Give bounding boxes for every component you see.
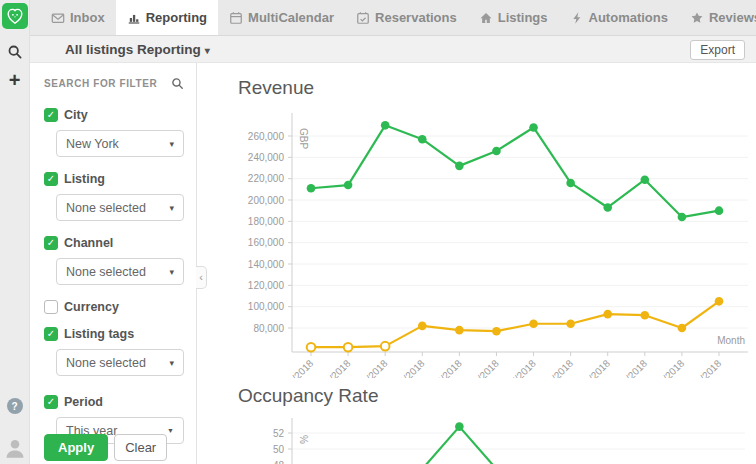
checkbox-icon[interactable]: ✓ bbox=[44, 172, 58, 186]
left-rail: + ? bbox=[0, 0, 30, 464]
tab-reporting[interactable]: Reporting bbox=[116, 0, 218, 35]
svg-text:120,000: 120,000 bbox=[248, 280, 285, 291]
filter-group-city: ✓ City New York ▾ bbox=[44, 108, 184, 157]
tab-reservations[interactable]: Reservations bbox=[345, 0, 468, 35]
tab-reviews[interactable]: Reviews bbox=[679, 0, 756, 35]
user-avatar-icon[interactable] bbox=[3, 436, 27, 460]
calendar-icon bbox=[229, 11, 243, 25]
tab-inbox[interactable]: Inbox bbox=[40, 0, 116, 35]
filter-group-currency: ✓ Currency bbox=[44, 300, 184, 314]
svg-text:05/2018: 05/2018 bbox=[430, 357, 464, 378]
occupancy-rate-chart: 525048% bbox=[240, 410, 756, 464]
occupancy-chart-title: Occupancy Rate bbox=[238, 385, 378, 407]
checkbox-icon[interactable]: ✓ bbox=[44, 327, 58, 341]
search-icon[interactable] bbox=[3, 40, 27, 64]
city-checkbox[interactable]: ✓ City bbox=[44, 108, 184, 122]
svg-text:GBP: GBP bbox=[298, 128, 309, 149]
listing-tags-checkbox[interactable]: ✓ Listing tags bbox=[44, 327, 184, 341]
svg-text:140,000: 140,000 bbox=[248, 259, 285, 270]
heart-icon bbox=[5, 6, 25, 26]
svg-text:02/2018: 02/2018 bbox=[319, 357, 353, 378]
plus-icon[interactable]: + bbox=[3, 68, 27, 92]
filter-group-listing-tags: ✓ Listing tags None selected ▾ bbox=[44, 327, 184, 376]
svg-text:08/2018: 08/2018 bbox=[542, 357, 576, 378]
filter-group-listing: ✓ Listing None selected ▾ bbox=[44, 172, 184, 221]
revenue-chart: 260,000240,000220,000200,000180,000160,0… bbox=[240, 108, 756, 378]
listing-tags-dropdown[interactable]: None selected ▾ bbox=[56, 349, 184, 376]
city-dropdown[interactable]: New York ▾ bbox=[56, 130, 184, 157]
svg-text:04/2018: 04/2018 bbox=[393, 357, 427, 378]
svg-text:11/2018: 11/2018 bbox=[654, 357, 687, 378]
svg-text:03/2018: 03/2018 bbox=[356, 357, 390, 378]
svg-text:160,000: 160,000 bbox=[248, 237, 285, 248]
svg-text:240,000: 240,000 bbox=[248, 152, 285, 163]
bar-chart-icon bbox=[127, 11, 141, 25]
channel-checkbox[interactable]: ✓ Channel bbox=[44, 236, 184, 250]
calendar-check-icon bbox=[356, 11, 370, 25]
clear-button[interactable]: Clear bbox=[114, 434, 167, 461]
search-icon[interactable] bbox=[171, 77, 184, 90]
export-button[interactable]: Export bbox=[690, 40, 745, 60]
svg-text:260,000: 260,000 bbox=[248, 131, 285, 142]
tab-automations[interactable]: Automations bbox=[559, 0, 679, 35]
search-for-filter-label: SEARCH FOR FILTER bbox=[44, 78, 157, 89]
svg-text:Month: Month bbox=[717, 335, 745, 346]
svg-text:50: 50 bbox=[273, 444, 285, 455]
select-arrow-icon: ▼ bbox=[167, 427, 174, 434]
svg-text:180,000: 180,000 bbox=[248, 216, 285, 227]
help-icon[interactable]: ? bbox=[3, 394, 27, 418]
home-icon bbox=[479, 11, 493, 25]
channel-dropdown[interactable]: None selected ▾ bbox=[56, 258, 184, 285]
svg-text:01/2018: 01/2018 bbox=[282, 357, 316, 378]
filter-group-channel: ✓ Channel None selected ▾ bbox=[44, 236, 184, 285]
revenue-chart-title: Revenue bbox=[238, 77, 314, 99]
svg-text:100,000: 100,000 bbox=[248, 301, 285, 312]
svg-text:48: 48 bbox=[273, 460, 285, 464]
filter-sidebar: SEARCH FOR FILTER ✓ City New York ▾ ✓ Li… bbox=[30, 63, 197, 464]
page-header: All listings Reporting▾ Export bbox=[30, 36, 756, 63]
listing-dropdown[interactable]: None selected ▾ bbox=[56, 194, 184, 221]
svg-text:80,000: 80,000 bbox=[253, 323, 284, 334]
checkbox-icon[interactable]: ✓ bbox=[44, 300, 58, 314]
bolt-icon bbox=[570, 11, 584, 25]
brand-heart-logo[interactable] bbox=[2, 3, 28, 29]
svg-text:07/2018: 07/2018 bbox=[505, 357, 539, 378]
top-navigation: Inbox Reporting MultiCalendar Reservatio… bbox=[30, 0, 756, 36]
report-scope-selector[interactable]: All listings Reporting▾ bbox=[65, 42, 210, 57]
tab-multicalendar[interactable]: MultiCalendar bbox=[218, 0, 345, 35]
svg-text:52: 52 bbox=[273, 428, 285, 439]
star-icon bbox=[690, 11, 704, 25]
checkbox-icon[interactable]: ✓ bbox=[44, 236, 58, 250]
svg-text:220,000: 220,000 bbox=[248, 173, 285, 184]
svg-text:12/2018: 12/2018 bbox=[690, 357, 724, 378]
period-checkbox[interactable]: ✓ Period bbox=[44, 395, 184, 409]
svg-text:200,000: 200,000 bbox=[248, 195, 285, 206]
inbox-icon bbox=[51, 11, 65, 25]
chevron-down-icon: ▾ bbox=[169, 358, 174, 368]
svg-text:09/2018: 09/2018 bbox=[579, 357, 613, 378]
report-content: Revenue 260,000240,000220,000200,000180,… bbox=[198, 63, 756, 464]
chevron-down-icon: ▾ bbox=[205, 45, 210, 56]
checkbox-icon[interactable]: ✓ bbox=[44, 395, 58, 409]
listing-checkbox[interactable]: ✓ Listing bbox=[44, 172, 184, 186]
chevron-down-icon: ▾ bbox=[169, 203, 174, 213]
chevron-down-icon: ▾ bbox=[169, 139, 174, 149]
chevron-down-icon: ▾ bbox=[169, 267, 174, 277]
collapse-filter-panel-button[interactable]: ‹ bbox=[196, 266, 207, 289]
apply-button[interactable]: Apply bbox=[44, 434, 108, 461]
svg-text:%: % bbox=[298, 435, 309, 444]
currency-checkbox[interactable]: ✓ Currency bbox=[44, 300, 184, 314]
checkbox-icon[interactable]: ✓ bbox=[44, 108, 58, 122]
svg-text:10/2018: 10/2018 bbox=[616, 357, 650, 378]
tab-listings[interactable]: Listings bbox=[468, 0, 559, 35]
svg-text:06/2018: 06/2018 bbox=[468, 357, 502, 378]
